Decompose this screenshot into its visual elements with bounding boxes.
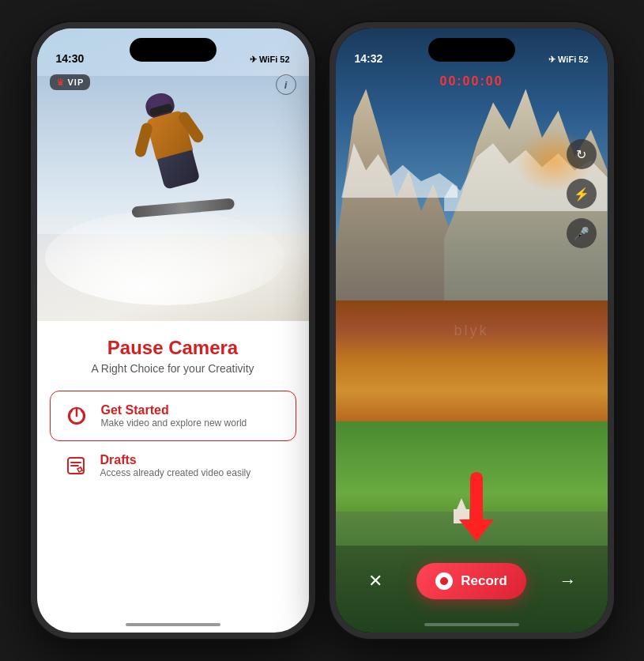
get-started-item[interactable]: Get Started Make video and explore new w… bbox=[50, 391, 296, 441]
dynamic-island-2 bbox=[428, 38, 515, 62]
app-subtitle: A Right Choice for your Creativity bbox=[53, 362, 293, 375]
next-icon: → bbox=[559, 571, 576, 591]
app-title: Pause Camera bbox=[53, 337, 293, 359]
get-started-label: Get Started bbox=[101, 403, 247, 417]
time-1: 14:30 bbox=[56, 52, 85, 65]
menu-list: Get Started Make video and explore new w… bbox=[37, 383, 309, 498]
status-icons-2: ✈ WiFi 52 bbox=[548, 55, 588, 65]
phone-2: 14:32 ✈ WiFi 52 blyk 00:00 bbox=[330, 22, 614, 639]
vip-label: VIP bbox=[68, 77, 85, 87]
arrow-head bbox=[459, 519, 494, 542]
rotate-icon: ↻ bbox=[576, 147, 586, 162]
drafts-label: Drafts bbox=[100, 453, 251, 467]
arrow-body bbox=[470, 472, 483, 519]
drafts-text: Drafts Access already created video easi… bbox=[100, 453, 251, 478]
phone1-content: ♛ VIP i Pause Camera A Right Choice for … bbox=[37, 28, 309, 633]
record-icon bbox=[435, 572, 453, 590]
camera-bottom-controls: ✕ Record → bbox=[336, 546, 608, 633]
record-button[interactable]: Record bbox=[416, 563, 526, 599]
close-button[interactable]: ✕ bbox=[358, 564, 393, 599]
drafts-desc: Access already created video easily bbox=[100, 467, 251, 478]
vip-badge[interactable]: ♛ VIP bbox=[50, 74, 91, 90]
drafts-item[interactable]: Drafts Access already created video easi… bbox=[50, 441, 296, 490]
home-bar-1 bbox=[126, 623, 220, 626]
rotate-camera-button[interactable]: ↻ bbox=[567, 139, 597, 169]
power-icon bbox=[63, 402, 90, 429]
get-started-desc: Make video and explore new world bbox=[101, 417, 247, 429]
drafts-icon bbox=[62, 452, 89, 479]
hero-image: ♛ VIP i bbox=[37, 28, 309, 321]
crown-icon: ♛ bbox=[56, 77, 65, 88]
text-section: Pause Camera A Right Choice for your Cre… bbox=[37, 321, 309, 383]
svg-line-5 bbox=[81, 467, 82, 470]
info-button[interactable]: i bbox=[276, 74, 296, 95]
next-button[interactable]: → bbox=[550, 564, 585, 599]
close-icon: ✕ bbox=[368, 571, 382, 591]
snow-cap-left bbox=[336, 143, 458, 198]
phone2-content: blyk 00:00:00 ↻ ⚡ 🎤 ✕ bbox=[336, 28, 608, 633]
record-dot bbox=[440, 577, 448, 585]
flash-icon: ⚡ bbox=[574, 187, 589, 202]
flash-button[interactable]: ⚡ bbox=[567, 179, 597, 209]
record-label: Record bbox=[461, 573, 507, 589]
camera-controls-right: ↻ ⚡ 🎤 bbox=[567, 139, 597, 248]
get-started-text: Get Started Make video and explore new w… bbox=[101, 403, 247, 429]
snow-spray bbox=[45, 210, 285, 305]
phone-1: 14:30 ✈ WiFi 52 ♛ VIP bbox=[31, 22, 315, 639]
camera-timer: 00:00:00 bbox=[439, 74, 503, 89]
arrow-indicator bbox=[459, 472, 494, 542]
watermark: blyk bbox=[454, 323, 488, 339]
dynamic-island-1 bbox=[130, 38, 217, 62]
info-icon: i bbox=[284, 79, 288, 91]
time-2: 14:32 bbox=[355, 52, 383, 65]
status-icons-1: ✈ WiFi 52 bbox=[250, 55, 289, 65]
mic-button[interactable]: 🎤 bbox=[567, 218, 597, 248]
arm-left bbox=[134, 122, 153, 158]
mic-icon: 🎤 bbox=[574, 226, 589, 241]
